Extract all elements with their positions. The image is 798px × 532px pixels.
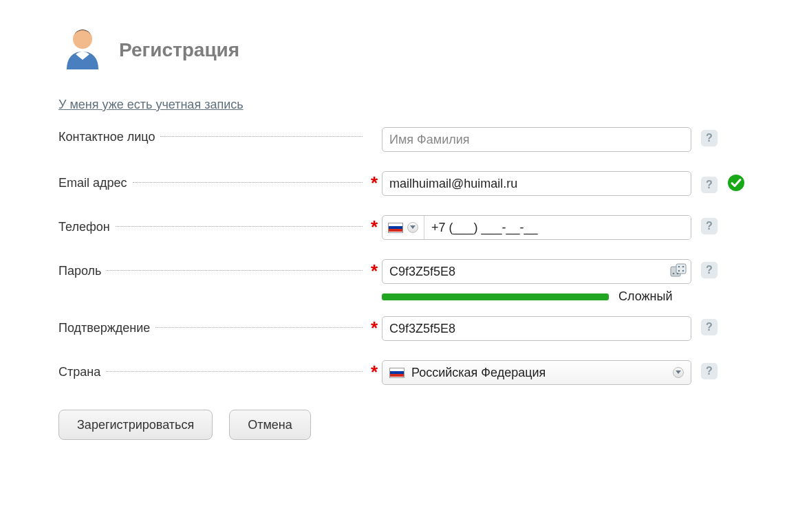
russia-flag-icon	[388, 223, 403, 233]
form-header: Регистрация	[58, 24, 757, 76]
cancel-button[interactable]: Отмена	[229, 410, 311, 440]
country-label: Страна	[58, 365, 105, 379]
svg-point-5	[682, 266, 684, 268]
required-marker: *	[367, 174, 382, 192]
phone-label: Телефон	[58, 220, 114, 234]
required-marker: *	[367, 218, 382, 236]
country-dropdown[interactable]: Российская Федерация	[382, 360, 691, 385]
russia-flag-icon	[389, 368, 405, 378]
password-strength-bar	[382, 293, 609, 300]
svg-point-4	[678, 266, 680, 268]
existing-account-link[interactable]: У меня уже есть учетная запись	[58, 98, 244, 111]
email-input[interactable]	[382, 171, 691, 196]
phone-input[interactable]	[424, 216, 691, 239]
svg-point-8	[673, 273, 675, 275]
svg-point-9	[677, 273, 679, 275]
chevron-down-icon	[407, 222, 418, 233]
required-marker: *	[367, 319, 382, 337]
help-button-contact[interactable]: ?	[701, 130, 718, 146]
dotted-leader	[106, 371, 363, 372]
password-strength-label: Сложный	[618, 289, 673, 304]
dotted-leader	[133, 182, 363, 183]
help-button-confirm[interactable]: ?	[701, 319, 718, 335]
required-marker: *	[367, 363, 382, 381]
checkmark-valid-icon	[727, 174, 745, 195]
required-marker: *	[367, 262, 382, 280]
dotted-leader	[116, 226, 363, 227]
user-avatar-icon	[58, 24, 107, 76]
password-label: Пароль	[58, 264, 105, 278]
help-button-country[interactable]: ?	[701, 363, 718, 379]
dotted-leader	[155, 327, 363, 328]
confirm-label: Подтверждение	[58, 321, 154, 335]
svg-rect-3	[676, 264, 686, 274]
contact-input[interactable]	[382, 127, 691, 152]
chevron-down-icon	[673, 367, 684, 378]
registration-form: Контактное лицо ? Email адрес * ?	[58, 127, 757, 385]
help-button-email[interactable]: ?	[701, 177, 718, 193]
dotted-leader	[160, 136, 363, 137]
page-title: Регистрация	[119, 39, 239, 61]
email-label: Email адрес	[58, 176, 131, 190]
help-button-phone[interactable]: ?	[701, 218, 718, 234]
contact-label: Контактное лицо	[58, 130, 159, 144]
svg-point-6	[678, 270, 680, 272]
password-input[interactable]	[382, 259, 691, 284]
country-selected-value: Российская Федерация	[411, 366, 666, 380]
generate-password-button[interactable]	[669, 263, 687, 280]
confirm-password-input[interactable]	[382, 316, 691, 341]
svg-point-7	[682, 270, 684, 272]
dotted-leader	[107, 270, 363, 271]
help-button-password[interactable]: ?	[701, 262, 718, 278]
register-button[interactable]: Зарегистрироваться	[58, 410, 213, 440]
phone-country-dropdown[interactable]	[382, 216, 424, 239]
